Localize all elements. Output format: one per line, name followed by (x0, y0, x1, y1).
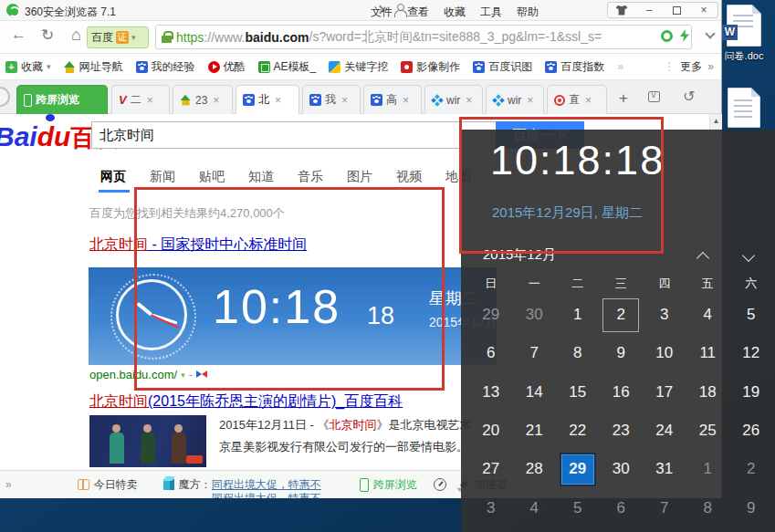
calendar-day[interactable]: 28 (516, 453, 552, 486)
cross-screen-button[interactable]: 跨屏浏览 (360, 477, 417, 493)
new-tab-button[interactable]: + (619, 89, 628, 108)
reopen-tab-button[interactable]: ↺ (683, 88, 695, 105)
calendar-day[interactable]: 21 (516, 414, 552, 448)
calendar-day[interactable]: 30 (602, 453, 639, 486)
calendar-day[interactable]: 12 (733, 337, 770, 370)
tab-close-icon[interactable]: × (147, 94, 153, 107)
calendar-day[interactable]: 3 (473, 491, 509, 525)
tab-beijing-time[interactable]: 北× (236, 85, 299, 114)
calendar-day[interactable]: 8 (689, 491, 726, 525)
tab-close-icon[interactable]: × (213, 94, 219, 107)
calendar-day[interactable]: 11 (689, 337, 726, 370)
desktop-file-doc2[interactable] (715, 88, 773, 130)
skin-icon[interactable] (608, 5, 635, 16)
calendar-day[interactable]: 23 (602, 414, 639, 448)
tab-2[interactable]: V 二× (111, 85, 170, 114)
promo-ticker[interactable]: 同程出境大促，特惠不 同程出境大促，特惠不 (212, 478, 347, 498)
desktop-file-word[interactable]: W 问卷.doc (715, 5, 773, 63)
calendar-next-icon[interactable] (744, 251, 755, 262)
calendar-day[interactable]: 30 (516, 298, 552, 332)
calendar-day[interactable]: 19 (733, 375, 770, 409)
nav-music[interactable]: 音乐 (298, 169, 323, 185)
calendar-day[interactable]: 6 (473, 337, 509, 370)
calendar-day[interactable]: 20 (473, 414, 509, 448)
calendar-day[interactable]: 26 (733, 414, 770, 448)
menu-favorites[interactable]: 收藏 (444, 5, 466, 20)
shutter-icon[interactable] (661, 30, 673, 42)
calendar-day[interactable]: 22 (560, 414, 596, 448)
maximize-button[interactable] (663, 6, 690, 15)
tab-list-button[interactable] (648, 91, 660, 102)
tab-gao[interactable]: 高× (363, 85, 422, 114)
menu-tools[interactable]: 工具 (480, 5, 502, 20)
statusbar-expand[interactable]: » (5, 478, 12, 491)
back-button[interactable]: ← (11, 26, 26, 44)
calendar-day[interactable]: 4 (689, 298, 726, 332)
calendar-day[interactable]: 4 (516, 491, 552, 525)
tab-cross-screen[interactable]: 跨屏浏览 (16, 85, 108, 114)
tab-2345[interactable]: 23× (173, 85, 233, 114)
bookmark-experience[interactable]: 我的经验 (136, 59, 195, 75)
bookmark-youku[interactable]: 优酷 (208, 59, 246, 75)
calendar-prev-icon[interactable] (698, 251, 709, 262)
bookmark-keyword[interactable]: 关键字挖 (329, 59, 388, 75)
tab-my[interactable]: 我× (302, 85, 361, 114)
calendar-day[interactable]: 14 (516, 375, 552, 409)
calendar-day[interactable]: 10 (646, 337, 683, 370)
calendar-day[interactable]: 5 (560, 491, 596, 525)
tab-close-icon[interactable]: × (585, 94, 592, 107)
tab-close-icon[interactable]: × (466, 94, 472, 107)
tab-scroll-button[interactable] (0, 87, 10, 107)
cube-button[interactable]: 魔方： (163, 477, 212, 493)
calendar-day[interactable]: 29 (473, 298, 509, 332)
home-button[interactable]: ⌂ (71, 26, 81, 45)
lightning-icon[interactable] (680, 29, 689, 42)
calendar-day[interactable]: 1 (560, 298, 596, 332)
nav-web[interactable]: 网页 (100, 169, 126, 185)
tab-close-icon[interactable]: × (341, 94, 348, 107)
calendar-day[interactable]: 7 (646, 491, 683, 525)
calendar-day[interactable]: 18 (689, 375, 726, 409)
calendar-day[interactable]: 5 (733, 298, 770, 332)
calendar-day[interactable]: 8 (560, 337, 596, 370)
calendar-day[interactable]: 24 (646, 414, 683, 448)
result2-thumbnail[interactable] (89, 415, 206, 467)
nav-image[interactable]: 图片 (347, 169, 372, 185)
bookmark-baidu-image[interactable]: 百度识图 (473, 59, 532, 75)
calendar-day[interactable]: 16 (602, 375, 639, 409)
minimize-button[interactable]: – (635, 3, 663, 17)
calendar-day[interactable]: 9 (733, 491, 770, 525)
calendar-day[interactable]: 31 (646, 453, 683, 486)
bookmark-nav-site[interactable]: 网址导航 (64, 59, 123, 75)
calendar-day[interactable]: 2 (733, 453, 770, 486)
bookmark-ae-template[interactable]: AE模板_ (258, 59, 317, 75)
search-engine-button[interactable]: 百度 证 ▾ (87, 26, 149, 48)
calendar-day[interactable]: 13 (473, 375, 509, 409)
daily-deals-button[interactable]: 今日特卖 (78, 477, 138, 493)
tab-close-icon[interactable]: × (527, 94, 533, 107)
nav-tieba[interactable]: 贴吧 (199, 169, 225, 185)
url-field[interactable]: https://www.baidu.com/s?word=北京时间&tn=sit… (155, 25, 692, 49)
calendar-day[interactable]: 6 (602, 491, 639, 525)
bookmark-baidu-index[interactable]: 百度指数 (545, 59, 604, 75)
calendar-day[interactable]: 9 (602, 337, 639, 370)
tab-close-icon[interactable]: × (403, 94, 409, 107)
calendar-day[interactable]: 17 (646, 375, 683, 409)
bookmarks-more[interactable]: ⋮ 更多 » (664, 59, 714, 75)
nav-news[interactable]: 新闻 (150, 169, 175, 185)
calendar-day[interactable]: 25 (689, 414, 726, 448)
tab-live[interactable]: 直× (547, 85, 607, 114)
menu-help[interactable]: 帮助 (517, 5, 539, 20)
tab-close-icon[interactable]: × (275, 94, 281, 107)
calendar-day[interactable]: 27 (473, 453, 509, 486)
tab-win2[interactable]: wir× (486, 85, 544, 114)
nav-zhidao[interactable]: 知道 (248, 169, 274, 185)
refresh-button[interactable]: ↻ (41, 26, 54, 45)
calendar-day[interactable]: 15 (560, 375, 596, 409)
calendar-day[interactable]: 7 (516, 337, 552, 370)
calendar-day[interactable]: 2 (602, 298, 639, 332)
calendar-day[interactable]: 3 (646, 298, 683, 332)
url-dropdown-icon[interactable] (705, 28, 715, 38)
calendar-day[interactable]: 29 (560, 453, 596, 486)
bookmark-video-make[interactable]: 影像制作 (401, 59, 460, 75)
